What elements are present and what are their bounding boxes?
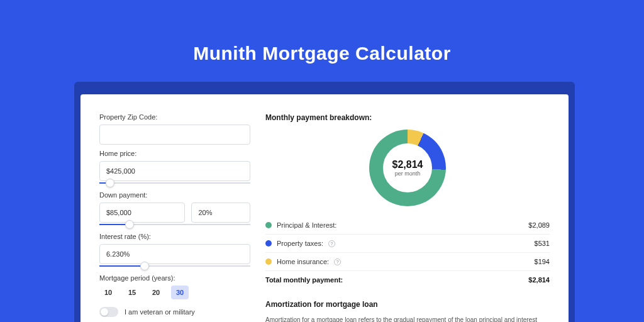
form-column: Property Zip Code: Home price: Down paym… [99,113,250,322]
zip-input[interactable] [99,125,250,145]
info-icon[interactable]: ? [328,240,335,247]
amortization-text: Amortization for a mortgage loan refers … [265,315,550,322]
rate-slider-thumb[interactable] [140,262,149,270]
legend-row-total: Total monthly payment:$2,814 [265,271,550,289]
price-slider[interactable] [99,182,250,184]
legend-label: Principal & Interest: [277,221,336,229]
veteran-toggle[interactable] [99,307,118,317]
breakdown-title: Monthly payment breakdown: [265,113,550,122]
legend-row-0: Principal & Interest:$2,089 [265,216,550,235]
legend-dot-icon [265,240,272,247]
price-group: Home price: [99,150,250,184]
down-slider[interactable] [99,224,250,225]
veteran-label: I am veteran or military [125,308,195,316]
zip-label: Property Zip Code: [99,113,250,121]
donut-sublabel: per month [395,170,421,177]
donut-value: $2,814 [392,159,423,170]
info-icon[interactable]: ? [334,258,341,265]
legend-label: Home insurance: [277,258,329,265]
period-btn-20[interactable]: 20 [147,286,165,299]
page-title: Munith Mortgage Calculator [0,43,644,64]
period-btn-15[interactable]: 15 [123,286,141,299]
calculator-card: Property Zip Code: Home price: Down paym… [80,94,569,322]
price-label: Home price: [99,150,250,157]
legend: Principal & Interest:$2,089Property taxe… [265,216,550,289]
rate-label: Interest rate (%): [99,233,250,240]
amortization-title: Amortization for mortgage loan [265,300,550,309]
donut-chart: $2,814 per month [369,130,446,206]
down-group: Down payment: [99,191,250,225]
rate-slider-fill [99,265,145,267]
breakdown-column: Monthly payment breakdown: $2,814 per mo… [265,113,550,322]
down-pct-input[interactable] [191,203,250,223]
veteran-toggle-knob [101,308,108,316]
legend-left-1: Property taxes:? [265,240,335,247]
down-label: Down payment: [99,191,250,199]
down-amount-input[interactable] [99,203,185,223]
legend-dot-icon [265,222,272,228]
legend-label: Property taxes: [277,240,323,247]
legend-dot-icon [265,258,272,265]
rate-slider[interactable] [99,265,250,267]
price-slider-thumb[interactable] [106,179,114,187]
period-btn-10[interactable]: 10 [99,286,117,299]
legend-total-label: Total monthly payment: [265,276,343,284]
legend-total-value: $2,814 [528,276,550,284]
legend-value: $2,089 [528,221,550,229]
legend-value: $194 [535,258,550,265]
price-input[interactable] [99,161,250,181]
donut-chart-wrap: $2,814 per month [265,130,550,206]
legend-left-2: Home insurance:? [265,258,341,265]
period-btn-30[interactable]: 30 [171,286,189,299]
period-label: Mortgage period (years): [99,274,250,282]
veteran-row: I am veteran or military [99,307,250,317]
legend-left-0: Principal & Interest: [265,221,336,229]
legend-row-1: Property taxes:?$531 [265,235,550,253]
donut-center: $2,814 per month [383,143,432,192]
rate-input[interactable] [99,244,250,264]
down-slider-thumb[interactable] [125,220,134,229]
legend-value: $531 [535,240,550,247]
zip-group: Property Zip Code: [99,113,250,146]
rate-group: Interest rate (%): [99,233,250,267]
period-options: 10152030 [99,286,250,299]
period-group: Mortgage period (years): 10152030 [99,274,250,299]
legend-row-2: Home insurance:?$194 [265,253,550,271]
